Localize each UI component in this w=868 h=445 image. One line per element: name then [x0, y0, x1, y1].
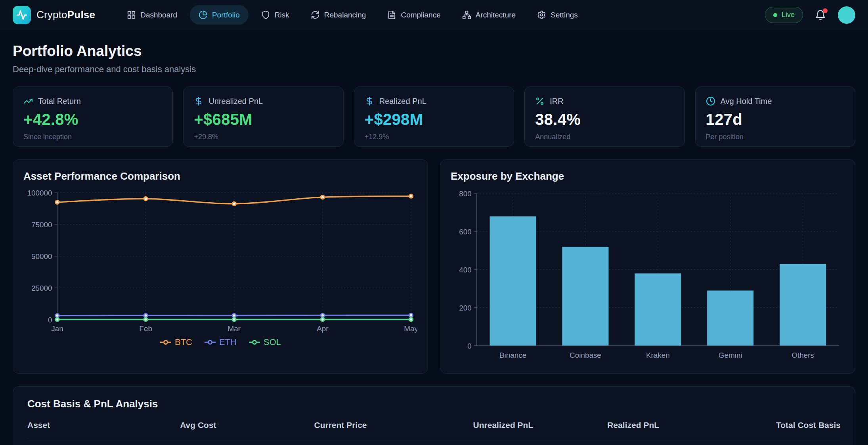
bar-others: [780, 264, 826, 345]
data-point-sol: [55, 318, 59, 321]
svg-text:75000: 75000: [31, 221, 52, 229]
data-point-eth: [144, 314, 147, 317]
brand-logo: [13, 6, 31, 24]
nav-item-settings[interactable]: Settings: [528, 5, 587, 25]
svg-text:Others: Others: [792, 351, 814, 359]
avatar[interactable]: [838, 6, 855, 24]
bar-chart-title: Exposure by Exchange: [451, 170, 845, 182]
stat-card-header: Unrealized PnL: [194, 96, 333, 106]
nav-item-label: Risk: [275, 11, 289, 19]
stat-card-avg-hold-time: Avg Hold Time127dPer position: [695, 86, 855, 147]
svg-text:0: 0: [467, 342, 472, 350]
page-title: Portfolio Analytics: [13, 43, 855, 59]
svg-text:50000: 50000: [31, 252, 52, 261]
svg-text:Jan: Jan: [51, 324, 63, 333]
trending-up-icon: [23, 96, 33, 106]
legend-label: ETH: [219, 337, 237, 347]
stat-card-realized-pnl: Realized PnL+$298M+12.9%: [354, 86, 514, 147]
notifications-button[interactable]: [815, 10, 826, 21]
table-header-avg-cost: Avg Cost: [133, 420, 263, 430]
dollar-icon: [194, 96, 203, 106]
data-point-eth: [232, 314, 236, 317]
stat-value: +42.8%: [23, 111, 162, 129]
table-header-current-price: Current Price: [263, 420, 418, 430]
table-header-asset: Asset: [27, 420, 133, 430]
svg-text:600: 600: [459, 228, 472, 236]
live-label: Live: [782, 11, 795, 19]
svg-text:Mar: Mar: [228, 324, 241, 333]
nav-item-label: Dashboard: [140, 11, 177, 19]
line-chart-panel: Asset Performance Comparison 02500050000…: [13, 159, 428, 374]
legend-item-sol: SOL: [249, 337, 281, 347]
stat-subtext: +12.9%: [365, 133, 503, 141]
brand: CryptoPulse: [13, 6, 95, 24]
nav-item-architecture[interactable]: Architecture: [453, 5, 524, 25]
stat-subtext: +29.8%: [194, 133, 333, 141]
svg-text:Gemini: Gemini: [719, 351, 742, 359]
nav-item-label: Portfolio: [212, 11, 240, 19]
svg-text:800: 800: [459, 190, 472, 198]
data-point-eth: [55, 314, 59, 317]
data-point-sol: [144, 318, 147, 321]
brand-name: CryptoPulse: [36, 9, 95, 21]
table-header-unrealized-pnl: Unrealized PnL: [418, 420, 589, 430]
svg-text:Apr: Apr: [317, 324, 328, 333]
pie-chart-icon: [199, 10, 208, 19]
nav-item-label: Rebalancing: [324, 11, 366, 19]
data-point-btc: [409, 194, 413, 198]
live-badge[interactable]: Live: [765, 7, 803, 23]
data-point-btc: [232, 202, 236, 205]
legend-marker-icon: [160, 339, 172, 345]
stat-card-header: Avg Hold Time: [706, 96, 845, 106]
data-point-sol: [232, 318, 236, 321]
header-right: Live: [765, 6, 855, 24]
stat-label: Total Return: [38, 97, 81, 106]
nav-item-risk[interactable]: Risk: [252, 5, 298, 25]
legend-item-eth: ETH: [204, 337, 237, 347]
legend-item-btc: BTC: [160, 337, 192, 347]
bar-gemini: [707, 291, 753, 346]
page-subtitle: Deep-dive performance and cost basis ana…: [13, 64, 855, 75]
nav-item-rebalancing[interactable]: Rebalancing: [302, 5, 375, 25]
legend-marker-icon: [249, 339, 260, 345]
table-header-realized-pnl: Realized PnL: [589, 420, 678, 430]
data-point-sol: [409, 318, 413, 321]
svg-text:400: 400: [459, 266, 472, 274]
data-point-btc: [144, 197, 147, 200]
stat-card-total-return: Total Return+42.8%Since inception: [13, 86, 173, 147]
svg-text:200: 200: [459, 304, 472, 312]
legend-label: BTC: [175, 337, 192, 347]
stat-label: Avg Hold Time: [721, 97, 772, 106]
stat-label: IRR: [550, 97, 563, 106]
main-nav: DashboardPortfolioRiskRebalancingComplia…: [118, 5, 587, 25]
svg-text:Coinbase: Coinbase: [570, 351, 601, 359]
data-point-btc: [321, 196, 324, 199]
bar-binance: [490, 216, 536, 345]
line-chart-svg: 0250005000075000100000JanFebMarAprMay: [23, 188, 417, 335]
cost-basis-panel: Cost Basis & PnL Analysis AssetAvg CostC…: [13, 386, 855, 445]
data-point-eth: [409, 313, 413, 317]
stat-subtext: Annualized: [535, 133, 674, 141]
table-header-row: AssetAvg CostCurrent PriceUnrealized PnL…: [27, 420, 841, 438]
svg-text:Kraken: Kraken: [646, 351, 670, 359]
grid-icon: [127, 10, 136, 19]
line-chart: 0250005000075000100000JanFebMarAprMay: [23, 188, 417, 336]
stat-card-header: Realized PnL: [365, 96, 503, 106]
stat-label: Unrealized PnL: [208, 97, 263, 106]
brand-name-bold: Pulse: [67, 9, 95, 21]
stats-row: Total Return+42.8%Since inceptionUnreali…: [13, 86, 855, 147]
main-content: Portfolio Analytics Deep-dive performanc…: [0, 43, 868, 445]
cost-basis-title: Cost Basis & PnL Analysis: [27, 398, 841, 410]
nav-item-portfolio[interactable]: Portfolio: [190, 5, 249, 25]
dollar-icon: [365, 96, 374, 106]
data-point-eth: [321, 314, 324, 317]
charts-row: Asset Performance Comparison 02500050000…: [13, 159, 855, 374]
stat-card-unrealized-pnl: Unrealized PnL+$685M+29.8%: [183, 86, 343, 147]
network-icon: [462, 10, 471, 19]
bar-chart-panel: Exposure by Exchange 0200400600800Binanc…: [440, 159, 855, 374]
nav-item-compliance[interactable]: Compliance: [379, 5, 449, 25]
file-text-icon: [387, 10, 396, 19]
nav-item-dashboard[interactable]: Dashboard: [118, 5, 186, 25]
stat-subtext: Per position: [706, 133, 845, 141]
svg-text:100000: 100000: [27, 189, 52, 197]
